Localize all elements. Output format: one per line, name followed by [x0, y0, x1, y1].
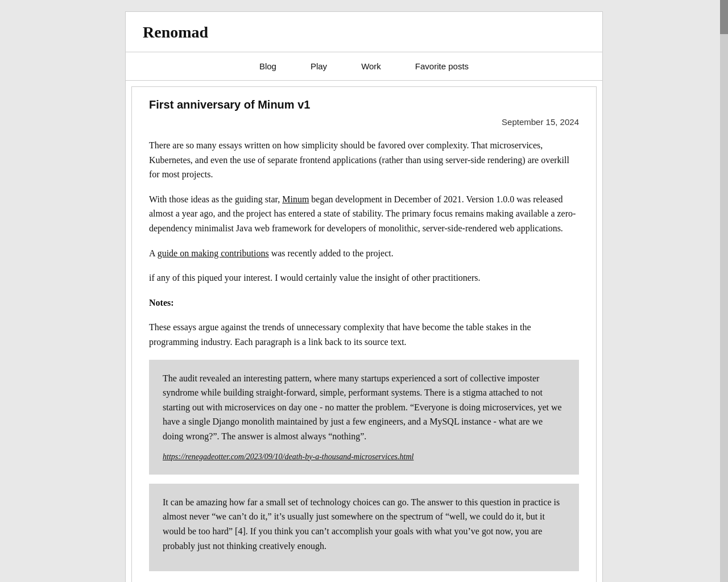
site-title: Renomad [143, 23, 585, 41]
nav-favorite-posts[interactable]: Favorite posts [415, 61, 469, 71]
nav-work[interactable]: Work [361, 61, 381, 71]
article-p2-text-before: With those ideas as the guiding star, [149, 194, 282, 204]
blockquote-1: The audit revealed an interesting patter… [149, 360, 579, 475]
blockquote-2-body: It can be amazing how far a small set of… [163, 495, 565, 553]
site-header: Renomad [126, 12, 602, 52]
contributions-link[interactable]: guide on making contributions [158, 248, 269, 258]
blockquote-2: It can be amazing how far a small set of… [149, 484, 579, 571]
article-p3-text-before: A [149, 248, 158, 258]
blockquote-1-body: The audit revealed an interesting patter… [163, 371, 565, 444]
article-notes-body: These essays argue against the trends of… [149, 320, 579, 349]
scrollbar-thumb[interactable] [720, 0, 728, 34]
article-paragraph-3: A guide on making contributions was rece… [149, 246, 579, 261]
article-paragraph-4: if any of this piqued your interest. I w… [149, 271, 579, 285]
article-notes-label: Notes: [149, 296, 579, 310]
scrollbar-track [720, 0, 728, 582]
article-container: First anniversary of Minum v1 September … [131, 86, 597, 582]
article-paragraph-1: There are so many essays written on how … [149, 138, 579, 182]
article-paragraph-2: With those ideas as the guiding star, Mi… [149, 192, 579, 236]
article-body: There are so many essays written on how … [149, 138, 579, 571]
blockquote-1-link[interactable]: https://renegadeotter.com/2023/09/10/dea… [163, 451, 565, 463]
article-date: September 15, 2024 [149, 117, 579, 127]
site-nav: Blog Play Work Favorite posts [126, 52, 602, 81]
article-p3-text-after: was recently added to the project. [269, 248, 394, 258]
article-title: First anniversary of Minum v1 [149, 98, 579, 111]
minum-link[interactable]: Minum [282, 194, 309, 204]
nav-blog[interactable]: Blog [259, 61, 276, 71]
nav-play[interactable]: Play [311, 61, 327, 71]
